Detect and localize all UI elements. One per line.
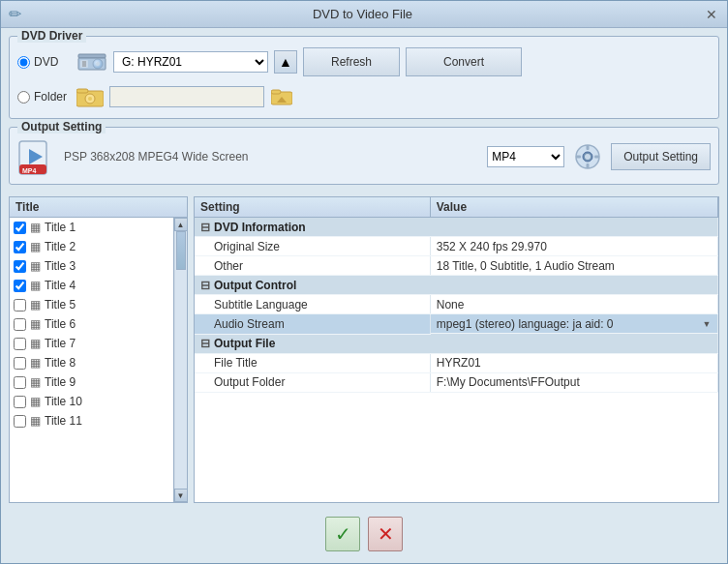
settings-setting-cell: Output Folder	[195, 372, 430, 392]
folder-radio-label[interactable]: Folder	[17, 90, 71, 104]
folder-radio[interactable]	[17, 91, 30, 104]
mp4-icon: MP4	[17, 137, 56, 176]
title-list-item: ▦Title 6	[10, 314, 173, 334]
ok-icon: ✓	[335, 522, 351, 546]
title-list-body: ▦Title 1▦Title 2▦Title 3▦Title 4▦Title 5…	[10, 218, 173, 502]
title-list-item: ▦Title 8	[10, 353, 173, 372]
title-checkbox-10[interactable]	[14, 396, 26, 408]
title-checkbox-3[interactable]	[14, 260, 26, 273]
eject-button[interactable]: ▲	[274, 50, 297, 74]
dvd-driver-content: DVD	[17, 46, 711, 110]
cancel-button[interactable]: ✕	[368, 517, 403, 551]
scroll-thumb[interactable]	[176, 231, 186, 270]
output-setting-button[interactable]: Output Setting	[611, 143, 711, 170]
settings-value-cell[interactable]: mpeg1 (stereo) language: ja aid: 0▼	[431, 314, 718, 334]
settings-value-cell: HYRZ01	[430, 353, 717, 372]
svg-point-11	[88, 97, 92, 101]
title-checkbox-5[interactable]	[14, 299, 26, 312]
section-toggle[interactable]: ⊟	[200, 279, 210, 292]
settings-setting-cell: File Title	[195, 353, 430, 372]
title-bar: ✏ DVD to Video File ✕	[1, 1, 727, 28]
output-setting-group: Output Setting MP4 PSP 368x208 MPEG4 Wid…	[9, 127, 719, 185]
title-list-container: Title ▦Title 1▦Title 2▦Title 3▦Title 4▦T…	[9, 196, 188, 503]
title-checkbox-4[interactable]	[14, 280, 26, 292]
svg-text:MP4: MP4	[22, 167, 37, 174]
convert-button[interactable]: Convert	[406, 47, 522, 76]
title-label-8: Title 8	[45, 356, 76, 370]
settings-row: Other18 Title, 0 Subtitle, 1 Audio Strea…	[195, 256, 718, 276]
title-checkbox-1[interactable]	[14, 222, 26, 234]
main-table-area: Title ▦Title 1▦Title 2▦Title 3▦Title 4▦T…	[9, 196, 719, 503]
dvd-radio-label[interactable]: DVD	[17, 55, 71, 69]
setting-col-header: Setting	[195, 197, 430, 218]
ok-button[interactable]: ✓	[325, 517, 360, 551]
film-icon: ▦	[30, 221, 41, 234]
title-label-3: Title 3	[45, 259, 76, 273]
output-setting-row: MP4 PSP 368x208 MPEG4 Wide Screen MP4 AV…	[17, 137, 711, 176]
title-label-2: Title 2	[45, 240, 76, 253]
settings-row: Subtitle LanguageNone	[195, 295, 718, 314]
title-checkbox-2[interactable]	[14, 241, 26, 253]
svg-rect-0	[78, 54, 106, 58]
settings-section-header: ⊟Output File	[195, 334, 718, 353]
svg-rect-13	[271, 90, 281, 94]
settings-setting-cell: Subtitle Language	[195, 295, 430, 314]
scroll-up-arrow[interactable]: ▲	[174, 218, 188, 231]
window-title: DVD to Video File	[21, 7, 704, 21]
title-list-item: ▦Title 7	[10, 334, 173, 353]
folder-browse-button[interactable]	[270, 85, 293, 108]
title-list-header: Title	[10, 197, 187, 218]
title-list-item: ▦Title 11	[10, 411, 173, 430]
title-label-10: Title 10	[45, 395, 82, 408]
title-list-item: ▦Title 9	[10, 372, 173, 392]
title-checkbox-11[interactable]	[14, 415, 26, 428]
scroll-down-arrow[interactable]: ▼	[174, 489, 188, 502]
settings-table-body: ⊟DVD InformationOriginal Size352 X 240 f…	[195, 218, 718, 393]
film-icon: ▦	[30, 395, 41, 408]
film-icon: ▦	[30, 240, 41, 253]
film-icon: ▦	[30, 298, 41, 312]
title-label-4: Title 4	[45, 279, 76, 292]
dvd-radio[interactable]	[17, 56, 30, 69]
title-list-item: ▦Title 1	[10, 218, 173, 237]
settings-gear-icon[interactable]	[572, 141, 603, 172]
app-icon: ✏	[9, 5, 21, 23]
title-list-item: ▦Title 10	[10, 392, 173, 411]
folder-input[interactable]	[109, 86, 264, 107]
settings-row: Original Size352 X 240 fps 29.970	[195, 237, 718, 256]
title-checkbox-9[interactable]	[14, 376, 26, 389]
main-window: ✏ DVD to Video File ✕ DVD Driver DVD	[0, 0, 728, 564]
audio-stream-dropdown[interactable]: ▼	[703, 319, 712, 329]
cancel-icon: ✕	[378, 522, 394, 546]
drive-select[interactable]: G: HYRZ01	[113, 51, 268, 73]
svg-rect-24	[594, 156, 599, 159]
close-button[interactable]: ✕	[704, 7, 719, 22]
film-icon: ▦	[30, 337, 41, 350]
format-select[interactable]: MP4 AVI WMV MOV	[487, 146, 564, 167]
title-checkbox-7[interactable]	[14, 338, 26, 350]
svg-rect-21	[587, 145, 590, 150]
folder-row: Folder	[17, 83, 711, 110]
settings-row: Audio Streammpeg1 (stereo) language: ja …	[195, 314, 718, 335]
title-checkbox-8[interactable]	[14, 357, 26, 370]
settings-section-header: ⊟DVD Information	[195, 218, 718, 237]
dvd-driver-group-title: DVD Driver	[17, 29, 86, 43]
section-toggle[interactable]: ⊟	[200, 337, 210, 350]
refresh-button[interactable]: Refresh	[303, 47, 400, 76]
svg-rect-23	[576, 156, 581, 159]
settings-table: Setting Value ⊟DVD InformationOriginal S…	[195, 197, 718, 393]
format-description: PSP 368x208 MPEG4 Wide Screen	[64, 150, 479, 163]
svg-point-7	[96, 62, 100, 66]
title-list-item: ▦Title 2	[10, 237, 173, 256]
title-label-11: Title 11	[45, 414, 82, 428]
title-list-scrollbar[interactable]: ▲ ▼	[173, 218, 187, 502]
section-toggle[interactable]: ⊟	[200, 221, 210, 234]
film-icon: ▦	[30, 356, 41, 370]
output-setting-group-title: Output Setting	[17, 120, 106, 134]
title-checkbox-6[interactable]	[14, 318, 26, 331]
film-icon: ▦	[30, 375, 41, 389]
settings-setting-cell: Audio Stream	[195, 314, 430, 335]
settings-value-cell: None	[430, 295, 717, 314]
scroll-track[interactable]	[175, 231, 187, 489]
dvd-drive-icon	[76, 46, 107, 77]
